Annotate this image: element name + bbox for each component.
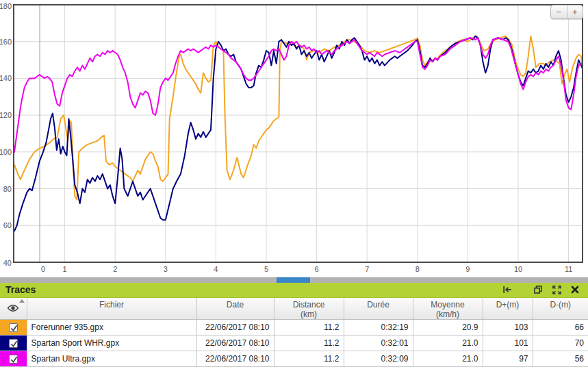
x-axis-label: 9 (465, 265, 470, 273)
x-axis-label: 11 (565, 265, 572, 273)
trace-visibility-checkbox[interactable] (9, 355, 18, 364)
zoom-in-button[interactable]: + (567, 5, 583, 18)
gps-traces-app: 18016014012010080604001234567891011 − + … (0, 0, 588, 367)
panel-title: Traces (0, 284, 36, 295)
chart-horizontal-scrollbar[interactable] (0, 277, 588, 283)
trace-distance: 11.2 (274, 320, 344, 336)
trace-elev-gain: 103 (483, 320, 533, 336)
chart-canvas[interactable]: 18016014012010080604001234567891011 (0, 0, 588, 277)
eye-icon (7, 304, 19, 312)
trace-duration: 0:32:09 (344, 351, 413, 367)
trace-date: 22/06/2017 08:10 (196, 336, 274, 351)
y-axis-label: 120 (0, 111, 12, 119)
trace-file-name: Spartan Sport WHR.gpx (27, 336, 196, 351)
y-axis-label: 60 (3, 221, 12, 229)
column-header-date[interactable]: Date (196, 298, 274, 320)
trace-color-cell (0, 320, 27, 336)
trace-avg-speed: 20.9 (413, 320, 483, 336)
trace-avg-speed: 21.0 (413, 351, 483, 367)
trace-row[interactable]: Forerunner 935.gpx22/06/2017 08:1011.20:… (0, 320, 588, 336)
trace-file-name: Spartan Ultra.gpx (27, 351, 196, 367)
x-axis-label: 4 (214, 265, 218, 273)
x-axis-label: 7 (365, 265, 369, 273)
y-axis-label: 100 (0, 148, 12, 156)
visibility-column-header[interactable] (0, 298, 27, 320)
collapse-left-icon[interactable] (502, 285, 512, 294)
trace-duration: 0:32:01 (344, 336, 413, 351)
traces-table-header: Fichier Date Distance(km) Durée Moyenne(… (0, 298, 588, 320)
trace-distance: 11.2 (274, 336, 344, 351)
trace-file-name: Forerunner 935.gpx (27, 320, 196, 336)
trace-elev-loss: 70 (533, 336, 588, 351)
column-header-distance[interactable]: Distance(km) (274, 298, 344, 320)
column-header-moyenne[interactable]: Moyenne(km/h) (413, 298, 483, 320)
trace-date: 22/06/2017 08:10 (196, 320, 274, 336)
trace-color-cell (0, 351, 27, 367)
x-axis-label: 10 (514, 265, 522, 273)
trace-row[interactable]: Spartan Ultra.gpx22/06/2017 08:1011.20:3… (0, 351, 588, 367)
trace-elev-gain: 97 (483, 351, 533, 367)
scrollbar-thumb[interactable] (277, 277, 310, 283)
trace-row[interactable]: Spartan Sport WHR.gpx22/06/2017 08:1011.… (0, 336, 588, 351)
restore-window-icon[interactable] (533, 285, 543, 294)
y-axis-label: 140 (0, 74, 12, 82)
traces-table-body: Forerunner 935.gpx22/06/2017 08:1011.20:… (0, 320, 588, 367)
x-axis-label: 5 (264, 265, 268, 273)
trace-color-cell (0, 336, 27, 351)
chart-zoom-control: − + (550, 5, 583, 19)
x-axis-label: 1 (63, 265, 67, 273)
zoom-out-button[interactable]: − (551, 5, 567, 18)
trace-elev-gain: 101 (483, 336, 533, 351)
sort-indicator-icon (19, 299, 25, 303)
expand-icon[interactable] (552, 285, 561, 294)
y-axis-label: 80 (3, 185, 12, 193)
x-axis-label: 8 (416, 265, 420, 273)
x-axis-label: 3 (164, 265, 168, 273)
trace-visibility-checkbox[interactable] (9, 339, 18, 348)
trace-visibility-checkbox[interactable] (9, 323, 18, 332)
y-axis-label: 40 (3, 259, 12, 267)
trace-distance: 11.2 (274, 351, 344, 367)
x-axis-label: 0 (41, 265, 45, 273)
heart-rate-chart[interactable]: 18016014012010080604001234567891011 − + (0, 0, 588, 277)
trace-elev-loss: 66 (533, 320, 588, 336)
column-header-dplus[interactable]: D+(m) (483, 298, 533, 320)
y-axis-label: 180 (0, 2, 12, 10)
y-axis-label: 160 (0, 38, 12, 46)
panel-toolbar (502, 285, 588, 294)
x-axis-label: 2 (113, 265, 117, 273)
close-icon[interactable] (570, 285, 580, 294)
column-header-fichier[interactable]: Fichier (27, 298, 196, 320)
x-axis-label: 6 (315, 265, 319, 273)
column-header-duree[interactable]: Durée (344, 298, 413, 320)
trace-elev-loss: 56 (533, 351, 588, 367)
traces-table: Fichier Date Distance(km) Durée Moyenne(… (0, 298, 588, 367)
column-header-dminus[interactable]: D-(m) (533, 298, 588, 320)
trace-avg-speed: 21.0 (413, 336, 483, 351)
trace-date: 22/06/2017 08:10 (196, 351, 274, 367)
trace-duration: 0:32:19 (344, 320, 413, 336)
traces-panel-header: Traces (0, 283, 588, 298)
